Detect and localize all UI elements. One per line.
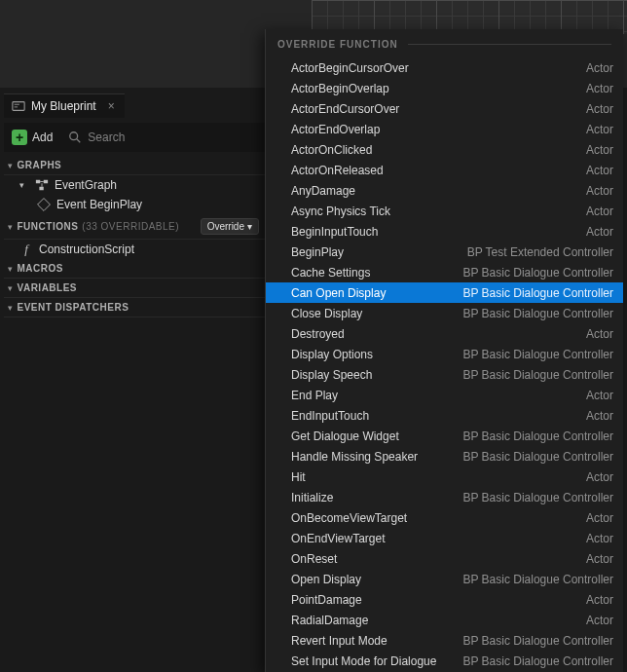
override-function-item[interactable]: Can Open DisplayBP Basic Dialogue Contro… [266, 282, 623, 303]
override-function-item[interactable]: RadialDamageActor [266, 610, 623, 630]
override-function-item[interactable]: InitializeBP Basic Dialogue Controller [266, 487, 623, 507]
tab-my-blueprint[interactable]: My Blueprint × [4, 93, 125, 118]
override-function-label: ActorEndCursorOver [291, 102, 399, 116]
override-function-label: Close Display [291, 307, 362, 320]
override-function-item[interactable]: PointDamageActor [266, 589, 623, 610]
tab-title: My Blueprint [31, 99, 96, 113]
override-function-label: Display Options [291, 348, 373, 361]
override-function-item[interactable]: ActorOnClickedActor [266, 139, 623, 160]
section-header-graphs[interactable]: ▾ GRAPHS [4, 156, 265, 175]
override-function-item[interactable]: ActorEndCursorOverActor [266, 98, 623, 119]
override-button[interactable]: Override ▾ [201, 218, 259, 235]
my-blueprint-panel: ▾ GRAPHS ▾ EventGraph Event BeginPlay ▾ … [4, 156, 265, 672]
override-function-item[interactable]: EndInputTouchActor [266, 405, 623, 426]
function-construction-script[interactable]: f ConstructionScript [4, 240, 265, 259]
section-title: GRAPHS [18, 160, 62, 170]
override-function-item[interactable]: Set Input Mode for DialogueBP Basic Dial… [266, 651, 623, 671]
override-function-item[interactable]: BeginPlayBP Test Extended Controller [266, 242, 623, 262]
override-function-item[interactable]: Handle Missing SpeakerBP Basic Dialogue … [266, 446, 623, 467]
override-function-item[interactable]: Cache SettingsBP Basic Dialogue Controll… [266, 262, 623, 282]
override-function-label: ActorEndOverlap [291, 123, 380, 136]
override-function-source: BP Basic Dialogue Controller [462, 348, 613, 361]
add-button[interactable]: + Add [8, 126, 60, 149]
dropdown-header-title: OVERRIDE FUNCTION [277, 39, 398, 50]
svg-line-4 [77, 139, 81, 143]
override-function-label: AnyDamage [291, 184, 355, 198]
override-function-item[interactable]: AnyDamageActor [266, 180, 623, 201]
override-function-item[interactable]: Display OptionsBP Basic Dialogue Control… [266, 344, 623, 364]
graph-eventgraph[interactable]: ▾ EventGraph [4, 175, 265, 195]
override-function-source: Actor [586, 593, 613, 607]
override-function-source: Actor [586, 327, 613, 341]
override-function-label: Get Dialogue Widget [291, 429, 399, 443]
override-function-item[interactable]: Display SpeechBP Basic Dialogue Controll… [266, 364, 623, 385]
override-function-label: Initialize [291, 491, 333, 504]
override-function-source: Actor [586, 614, 613, 627]
section-header-variables[interactable]: ▾ VARIABLES [4, 279, 265, 298]
section-header-event-dispatchers[interactable]: ▾ EVENT DISPATCHERS [4, 298, 265, 317]
svg-rect-7 [39, 187, 43, 191]
override-function-item[interactable]: Close DisplayBP Basic Dialogue Controlle… [266, 303, 623, 323]
tree-label: EventGraph [55, 178, 117, 192]
function-icon: f [19, 243, 33, 256]
override-function-label: RadialDamage [291, 614, 368, 627]
chevron-down-icon: ▾ [247, 221, 252, 232]
override-function-source: BP Basic Dialogue Controller [462, 450, 613, 464]
override-function-source: Actor [586, 409, 613, 423]
override-function-item[interactable]: ActorEndOverlapActor [266, 119, 623, 139]
override-function-item[interactable]: OnBecomeViewTargetActor [266, 507, 623, 528]
override-function-label: OnReset [291, 552, 337, 566]
override-function-source: Actor [586, 225, 613, 239]
override-function-item[interactable]: Open DisplayBP Basic Dialogue Controller [266, 569, 623, 589]
override-function-label: EndInputTouch [291, 409, 369, 423]
blueprint-icon [12, 99, 25, 113]
override-function-source: BP Basic Dialogue Controller [462, 573, 613, 586]
plus-icon: + [12, 130, 27, 145]
override-function-label: ActorOnReleased [291, 164, 384, 177]
override-function-label: Async Physics Tick [291, 205, 390, 218]
event-beginplay[interactable]: Event BeginPlay [4, 195, 265, 214]
override-function-item[interactable]: Async Physics TickActor [266, 201, 623, 221]
chevron-down-icon: ▾ [8, 264, 14, 274]
svg-rect-5 [36, 180, 40, 184]
override-function-label: Cache Settings [291, 266, 370, 280]
override-function-item[interactable]: End PlayActor [266, 385, 623, 405]
section-title: VARIABLES [18, 282, 78, 293]
override-function-source: BP Basic Dialogue Controller [462, 307, 613, 320]
override-function-item[interactable]: OnEndViewTargetActor [266, 528, 623, 548]
search-input[interactable] [88, 131, 263, 144]
override-function-source: Actor [586, 532, 613, 545]
override-function-source: Actor [586, 102, 613, 116]
override-function-item[interactable]: ActorBeginOverlapActor [266, 78, 623, 98]
override-function-label: OnBecomeViewTarget [291, 511, 407, 525]
dropdown-header: OVERRIDE FUNCTION [266, 29, 623, 57]
event-node-icon [37, 198, 51, 211]
override-function-source: Actor [586, 184, 613, 198]
chevron-down-icon: ▾ [19, 180, 29, 190]
override-function-item[interactable]: BeginInputTouchActor [266, 221, 623, 242]
override-function-item[interactable]: ActorOnReleasedActor [266, 160, 623, 180]
override-function-item[interactable]: DestroyedActor [266, 323, 623, 344]
override-function-label: ActorBeginOverlap [291, 82, 389, 95]
section-header-macros[interactable]: ▾ MACROS [4, 259, 265, 279]
tab-close-icon[interactable]: × [108, 99, 115, 113]
chevron-down-icon: ▾ [8, 222, 14, 232]
tree-label: ConstructionScript [39, 243, 134, 256]
override-function-source: BP Basic Dialogue Controller [462, 491, 613, 504]
override-function-label: PointDamage [291, 593, 362, 607]
override-function-label: Set Input Mode for Dialogue [291, 654, 436, 668]
override-function-item[interactable]: Get Dialogue WidgetBP Basic Dialogue Con… [266, 426, 623, 446]
override-function-label: Display Speech [291, 368, 372, 382]
override-function-source: Actor [586, 61, 613, 75]
override-function-item[interactable]: Revert Input ModeBP Basic Dialogue Contr… [266, 630, 623, 651]
override-function-source: BP Basic Dialogue Controller [462, 368, 613, 382]
override-function-source: Actor [586, 552, 613, 566]
override-function-item[interactable]: HitActor [266, 467, 623, 487]
event-graph-icon [35, 178, 49, 192]
override-function-item[interactable]: OnResetActor [266, 548, 623, 569]
section-title: MACROS [18, 263, 63, 274]
override-function-label: OnEndViewTarget [291, 532, 386, 545]
override-function-item[interactable]: ActorBeginCursorOverActor [266, 57, 623, 78]
section-header-functions[interactable]: ▾ FUNCTIONS (33 OVERRIDABLE) Override ▾ [4, 214, 265, 240]
override-function-source: Actor [586, 164, 613, 177]
